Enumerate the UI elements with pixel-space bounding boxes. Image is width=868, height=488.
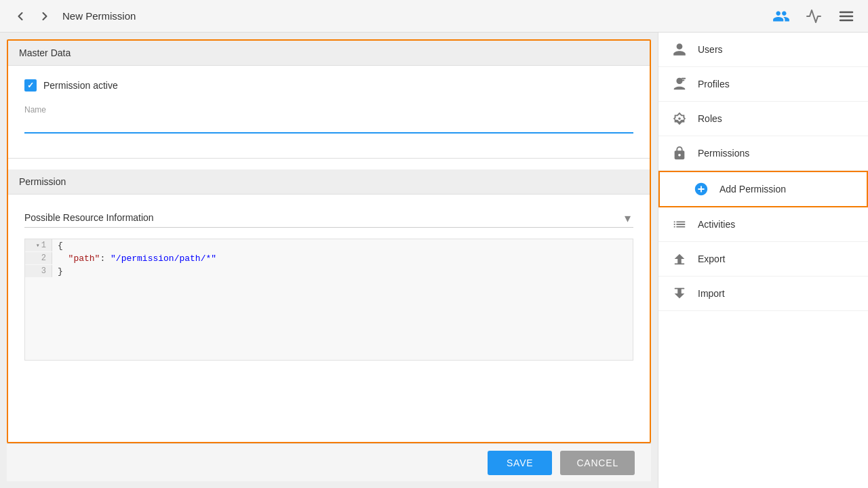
forward-button[interactable] bbox=[35, 7, 54, 26]
permission-body: Possible Resource Information ▾ ▾1 { 2 "… bbox=[8, 195, 650, 374]
sidebar-item-roles[interactable]: Roles bbox=[658, 102, 868, 136]
top-icons bbox=[770, 5, 857, 27]
sidebar-label-users: Users bbox=[698, 44, 723, 55]
code-content-2: "path": "/permission/path/*" bbox=[52, 252, 222, 265]
code-content-3: } bbox=[52, 265, 68, 278]
content-area: Master Data Permission active Name Permi… bbox=[0, 33, 658, 488]
top-bar: New Permission bbox=[0, 0, 868, 33]
users-icon[interactable] bbox=[770, 5, 792, 27]
permission-active-row: Permission active bbox=[24, 79, 633, 92]
sidebar-item-add-permission[interactable]: Add Permission bbox=[658, 171, 868, 207]
permissions-sidebar-icon bbox=[672, 146, 687, 161]
sidebar-item-permissions[interactable]: Permissions bbox=[658, 136, 868, 171]
resource-dropdown[interactable]: Possible Resource Information bbox=[24, 208, 633, 228]
master-data-header: Master Data bbox=[8, 41, 650, 66]
line-number-1: ▾1 bbox=[25, 239, 52, 251]
form-container: Master Data Permission active Name Permi… bbox=[7, 39, 651, 443]
profiles-sidebar-icon bbox=[672, 77, 687, 92]
page-title: New Permission bbox=[62, 10, 136, 22]
activities-sidebar-icon bbox=[672, 217, 687, 232]
export-sidebar-icon bbox=[672, 251, 687, 266]
main-layout: Master Data Permission active Name Permi… bbox=[0, 33, 868, 488]
import-sidebar-icon bbox=[672, 286, 687, 301]
permission-active-checkbox[interactable] bbox=[24, 79, 37, 92]
sidebar-label-profiles: Profiles bbox=[698, 79, 730, 89]
svg-rect-4 bbox=[682, 80, 685, 81]
sidebar-label-activities: Activities bbox=[698, 219, 735, 230]
sidebar: Users Profiles Roles bbox=[658, 33, 868, 488]
code-content-1: { bbox=[52, 239, 68, 252]
sidebar-item-export[interactable]: Export bbox=[658, 242, 868, 277]
code-editor[interactable]: ▾1 { 2 "path": "/permission/path/*" 3 } bbox=[24, 239, 633, 361]
sidebar-item-import[interactable]: Import bbox=[658, 277, 868, 311]
svg-rect-7 bbox=[675, 288, 685, 289]
roles-sidebar-icon bbox=[672, 111, 687, 126]
bottom-bar: SAVE CANCEL bbox=[7, 443, 651, 481]
permission-header: Permission bbox=[8, 169, 650, 195]
svg-rect-6 bbox=[675, 263, 685, 264]
sidebar-item-activities[interactable]: Activities bbox=[658, 207, 868, 242]
svg-rect-3 bbox=[682, 78, 686, 79]
line-number-3: 3 bbox=[25, 265, 52, 277]
sidebar-label-add-permission: Add Permission bbox=[719, 184, 786, 195]
sidebar-item-users[interactable]: Users bbox=[658, 33, 868, 67]
users-sidebar-icon bbox=[672, 42, 687, 57]
sidebar-label-roles: Roles bbox=[698, 113, 722, 124]
name-field-wrapper: Name bbox=[24, 105, 633, 134]
master-data-body: Permission active Name bbox=[8, 66, 650, 147]
menu-icon[interactable] bbox=[835, 5, 857, 27]
name-label: Name bbox=[24, 105, 633, 115]
permission-active-label: Permission active bbox=[43, 80, 118, 91]
line-number-2: 2 bbox=[25, 252, 52, 264]
name-input[interactable] bbox=[24, 116, 633, 134]
svg-point-5 bbox=[678, 117, 681, 120]
sidebar-label-export: Export bbox=[698, 253, 725, 264]
add-permission-icon bbox=[694, 182, 709, 197]
section-divider bbox=[8, 158, 650, 159]
nav-buttons: New Permission bbox=[11, 7, 136, 26]
back-button[interactable] bbox=[11, 7, 30, 26]
code-line-3: 3 } bbox=[25, 265, 633, 278]
sidebar-label-import: Import bbox=[698, 288, 725, 299]
save-button[interactable]: SAVE bbox=[488, 451, 553, 475]
resource-dropdown-wrapper: Possible Resource Information ▾ bbox=[24, 208, 633, 228]
code-line-1: ▾1 { bbox=[25, 239, 633, 252]
sidebar-label-permissions: Permissions bbox=[698, 148, 749, 159]
pulse-icon[interactable] bbox=[803, 5, 825, 27]
cancel-button[interactable]: CANCEL bbox=[560, 451, 635, 475]
code-line-2: 2 "path": "/permission/path/*" bbox=[25, 252, 633, 265]
sidebar-item-profiles[interactable]: Profiles bbox=[658, 67, 868, 102]
